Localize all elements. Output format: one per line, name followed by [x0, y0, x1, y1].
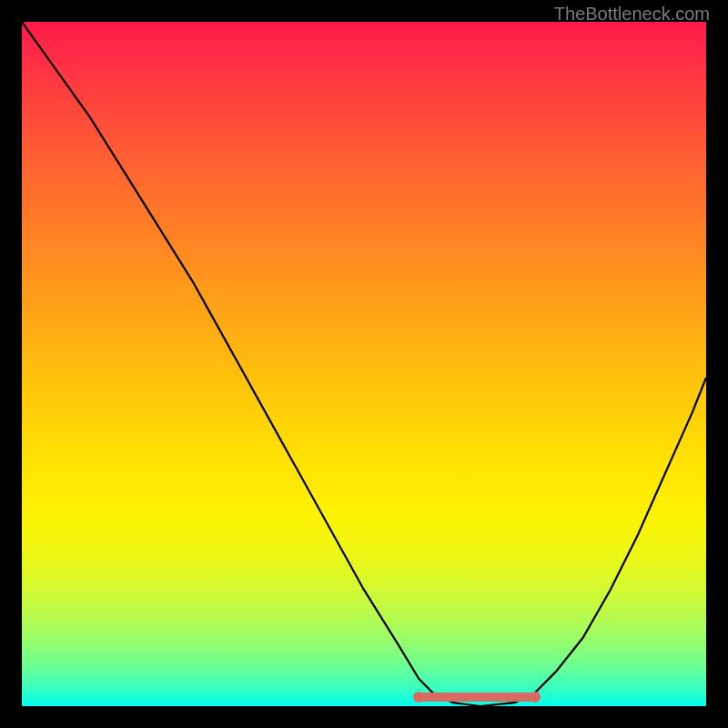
- watermark-text: TheBottleneck.com: [554, 4, 710, 25]
- bottleneck-curve: [22, 22, 706, 706]
- curve-svg: [22, 22, 706, 706]
- trough-dot-right: [530, 692, 541, 703]
- plot-area: [22, 22, 706, 706]
- trough-marker: [419, 693, 535, 702]
